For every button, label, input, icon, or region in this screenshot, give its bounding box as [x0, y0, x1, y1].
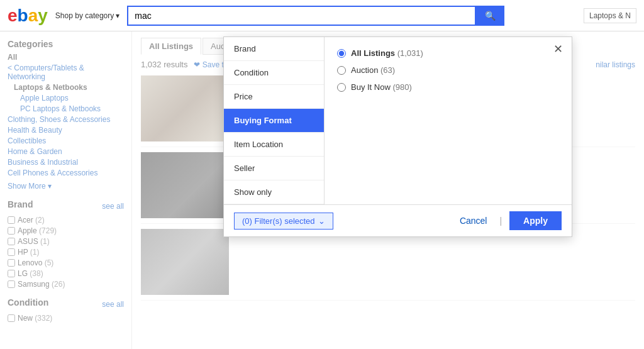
radio-all-listings-input[interactable]: [337, 49, 346, 58]
modal-nav-condition[interactable]: Condition: [224, 61, 324, 85]
search-bar: 🔍: [127, 6, 504, 26]
page-body: Categories All < Computers/Tablets & Net…: [0, 31, 644, 349]
ebay-logo: ebay: [8, 7, 48, 25]
radio-buy-it-now: Buy It Now (980): [337, 82, 559, 92]
modal-nav-seller[interactable]: Seller: [224, 157, 324, 180]
shop-by-category[interactable]: Shop by category ▾: [55, 11, 119, 20]
radio-buy-it-now-input[interactable]: [337, 83, 346, 92]
chevron-down-icon: ⌄: [318, 216, 325, 226]
filter-selected-badge[interactable]: (0) Filter(s) selected ⌄: [234, 213, 333, 230]
modal-nav-buying-format[interactable]: Buying Format: [224, 109, 324, 133]
shop-by-label: Shop by category: [55, 11, 114, 20]
search-input[interactable]: [127, 6, 476, 26]
modal-content-area: All Listings (1,031) Auction (63) Buy It…: [325, 37, 572, 204]
logo-e: e: [8, 6, 18, 25]
logo-a: a: [28, 6, 38, 25]
search-button[interactable]: 🔍: [476, 6, 504, 26]
modal-nav-item-location[interactable]: Item Location: [224, 133, 324, 157]
radio-auction: Auction (63): [337, 65, 559, 75]
radio-auction-input[interactable]: [337, 66, 346, 75]
cancel-button[interactable]: Cancel: [455, 213, 492, 228]
filter-selected-label: (0) Filter(s) selected: [242, 216, 315, 226]
modal-nav-show-only[interactable]: Show only: [224, 180, 324, 204]
header-right-text: Laptops & N: [584, 8, 636, 23]
header: ebay Shop by category ▾ 🔍 Laptops & N: [0, 0, 644, 31]
logo-b: b: [18, 6, 28, 25]
logo-y: y: [38, 6, 48, 25]
radio-all-listings-label: All Listings (1,031): [351, 48, 423, 58]
modal-nav: Brand Condition Price Buying Format Item…: [224, 37, 325, 204]
modal-close-button[interactable]: ✕: [553, 43, 563, 55]
apply-button[interactable]: Apply: [509, 211, 562, 230]
chevron-down-icon: ▾: [116, 11, 119, 20]
modal-footer: (0) Filter(s) selected ⌄ Cancel | Apply: [224, 204, 572, 236]
modal-nav-brand[interactable]: Brand: [224, 37, 324, 61]
footer-divider: |: [499, 216, 502, 226]
radio-all-listings: All Listings (1,031): [337, 48, 559, 58]
filter-modal: ✕ Brand Condition Price Buying Format It…: [223, 36, 572, 237]
modal-body: Brand Condition Price Buying Format Item…: [224, 37, 572, 204]
radio-buy-it-now-label: Buy It Now (980): [351, 82, 412, 92]
radio-auction-label: Auction (63): [351, 65, 395, 75]
modal-nav-price[interactable]: Price: [224, 85, 324, 109]
